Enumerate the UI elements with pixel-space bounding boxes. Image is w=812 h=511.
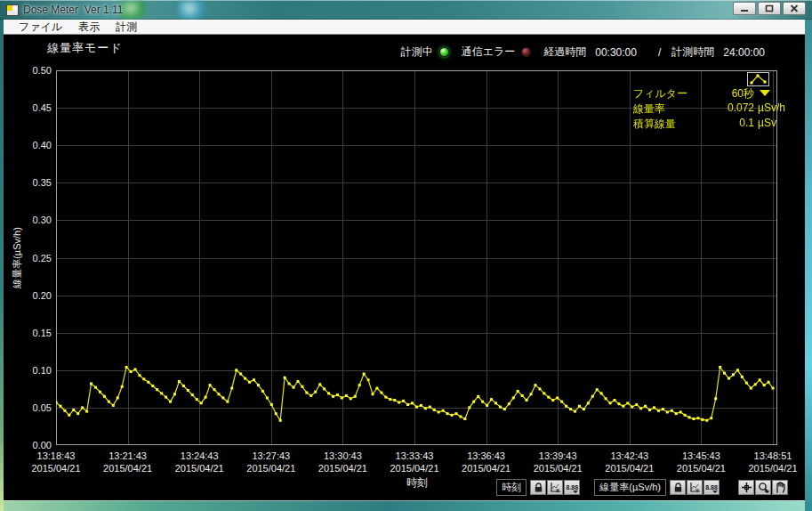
elapsed-time-label: 経過時間 <box>543 45 586 60</box>
info-row-label: 線量率 <box>633 101 665 117</box>
window-border-left <box>0 20 4 511</box>
minimize-button[interactable] <box>733 2 756 15</box>
zoom-dropdown-arrow-icon <box>764 491 769 493</box>
x-tick-label: 13:18:432015/04/21 <box>31 450 80 474</box>
total-time-label: 計測時間 <box>671 45 714 60</box>
window-border-bottom <box>4 500 805 511</box>
info-row: 線量率0.072µSv/h <box>630 101 786 116</box>
x-tick-label: 13:27:432015/04/21 <box>246 450 295 474</box>
comm-error-label: 通信エラー <box>462 45 516 60</box>
window-controls <box>733 2 806 15</box>
svg-text:X: X <box>556 488 559 493</box>
y-lock-icon[interactable] <box>670 480 686 495</box>
x-format-icon[interactable]: 8.88 <box>564 480 580 495</box>
info-row: フィルター60秒 <box>630 86 786 101</box>
svg-text:Y: Y <box>695 488 699 493</box>
info-row-value[interactable]: 60秒 <box>732 86 754 101</box>
toolbar-y-axis-label: 線量率(µSv/h) <box>594 479 666 496</box>
time-separator: / <box>658 46 661 59</box>
x-tick-label: 13:36:432015/04/21 <box>462 450 511 474</box>
window-titlebar[interactable]: Dose Meter Ver 1.11 <box>0 0 812 20</box>
zoom-magnifier-icon[interactable] <box>755 480 771 495</box>
x-tick-label: 13:33:432015/04/21 <box>390 450 438 474</box>
maximize-button[interactable] <box>758 2 781 15</box>
info-row-label: 積算線量 <box>633 117 676 132</box>
x-lock-icon[interactable] <box>530 480 546 495</box>
info-row-unit: µSv <box>758 117 776 129</box>
app-icon <box>6 4 19 15</box>
menu-view[interactable]: 表示 <box>70 20 108 35</box>
total-time-value: 24:00:00 <box>723 46 765 59</box>
x-tick-label: 13:21:432015/04/21 <box>103 450 152 474</box>
mode-label: 線量率モード <box>47 40 123 56</box>
plot-legend[interactable] <box>747 72 769 86</box>
client-area: 線量率モード 計測中 通信エラー 経過時間 00:30:00 / 計測時間 24… <box>4 35 805 500</box>
x-tick-label: 13:24:432015/04/21 <box>175 450 224 474</box>
status-row: 計測中 通信エラー 経過時間 00:30:00 / 計測時間 24:00:00 <box>401 45 776 60</box>
info-row-unit: µSv/h <box>758 101 785 114</box>
measuring-led-icon <box>439 47 449 57</box>
info-row-value: 0.072 <box>728 101 754 114</box>
x-tick-label: 13:42:432015/04/21 <box>605 450 654 474</box>
menu-bar: ファイル 表示 計測 <box>4 20 805 35</box>
y-axis-title: 線量率(µSv/h) <box>7 70 27 445</box>
info-row-label: フィルター <box>633 86 687 101</box>
window-border-right <box>805 20 812 511</box>
app-window: Dose Meter Ver 1.11 ファイル 表示 計測 線量率モード 計測… <box>0 0 812 511</box>
info-row: 積算線量0.1µSv <box>630 117 786 131</box>
elapsed-time-value: 00:30:00 <box>595 46 637 59</box>
close-button[interactable] <box>783 2 806 15</box>
x-tick-label: 13:45:432015/04/21 <box>677 450 726 474</box>
filter-dropdown-arrow-icon[interactable] <box>760 90 770 96</box>
format-dropdown-arrow-icon <box>573 491 578 493</box>
desktop-icon-blur-blue <box>179 1 205 19</box>
x-autoscale-icon[interactable]: X <box>547 480 563 495</box>
graph-toolbar: 時刻 X 8.88 線量率(µSv/h) Y 8.88 <box>496 479 789 496</box>
menu-file[interactable]: ファイル <box>11 20 70 35</box>
comm-error-led-icon <box>521 47 531 57</box>
x-tick-label: 13:30:432015/04/21 <box>318 450 367 474</box>
window-title: Dose Meter Ver 1.11 <box>23 4 124 16</box>
x-tick-label: 13:39:432015/04/21 <box>534 450 583 474</box>
x-axis-title: 時刻 <box>386 475 448 491</box>
toolbar-x-axis-label: 時刻 <box>496 479 527 496</box>
y-format-icon[interactable]: 8.88 <box>703 480 720 495</box>
measuring-label: 計測中 <box>401 45 433 60</box>
pan-hand-icon[interactable] <box>772 480 788 495</box>
info-row-value: 0.1 <box>739 117 754 129</box>
menu-measure[interactable]: 計測 <box>108 20 145 35</box>
cursor-crosshair-icon[interactable] <box>738 480 754 495</box>
format-dropdown-arrow-icon <box>712 491 718 493</box>
desktop-icon-blur-green <box>120 1 147 19</box>
x-tick-label: 13:48:512015/04/21 <box>748 450 797 474</box>
y-autoscale-icon[interactable]: Y <box>687 480 703 495</box>
plot-legend-line-icon <box>749 74 768 85</box>
